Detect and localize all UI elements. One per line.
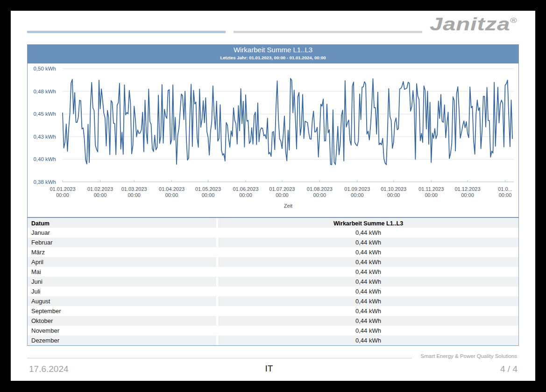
svg-text:0,40 kWh: 0,40 kWh (33, 156, 56, 162)
svg-text:01.06.2023: 01.06.2023 (233, 186, 258, 192)
svg-text:01.11.2023: 01.11.2023 (418, 186, 444, 192)
svg-text:01.10.2023: 01.10.2023 (381, 186, 406, 192)
svg-text:00:00: 00:00 (425, 192, 438, 198)
svg-text:01.12.2023: 01.12.2023 (454, 186, 480, 192)
svg-text:0,43 kWh: 0,43 kWh (33, 134, 56, 140)
svg-text:01.07.2023: 01.07.2023 (269, 186, 295, 192)
svg-text:01.0...: 01.0... (498, 186, 512, 192)
svg-text:00:00: 00:00 (128, 192, 141, 198)
svg-text:00:00: 00:00 (461, 192, 474, 198)
svg-text:01.01.2023: 01.01.2023 (50, 186, 75, 192)
svg-text:01.05.2023: 01.05.2023 (195, 186, 221, 192)
svg-text:00:00: 00:00 (387, 192, 400, 198)
svg-text:00:00: 00:00 (499, 192, 512, 198)
svg-text:Zeit: Zeit (284, 203, 292, 209)
svg-text:01.08.2023: 01.08.2023 (307, 186, 333, 192)
svg-text:01.09.2023: 01.09.2023 (344, 186, 370, 192)
svg-text:00:00: 00:00 (313, 192, 326, 198)
svg-text:01.02.2023: 01.02.2023 (87, 186, 113, 192)
svg-text:00:00: 00:00 (276, 192, 289, 198)
svg-text:01.04.2023: 01.04.2023 (159, 186, 184, 192)
svg-text:01.03.2023: 01.03.2023 (121, 186, 147, 192)
svg-text:00:00: 00:00 (165, 192, 178, 198)
svg-text:0,48 kWh: 0,48 kWh (33, 89, 56, 94)
svg-text:00:00: 00:00 (202, 192, 215, 198)
svg-text:00:00: 00:00 (351, 192, 364, 198)
svg-text:00:00: 00:00 (56, 192, 69, 198)
svg-text:0,38 kWh: 0,38 kWh (33, 179, 56, 185)
svg-text:0,50 kWh: 0,50 kWh (33, 66, 56, 71)
svg-text:00:00: 00:00 (239, 192, 252, 198)
svg-text:0,45 kWh: 0,45 kWh (33, 111, 56, 117)
svg-text:00:00: 00:00 (94, 192, 107, 198)
